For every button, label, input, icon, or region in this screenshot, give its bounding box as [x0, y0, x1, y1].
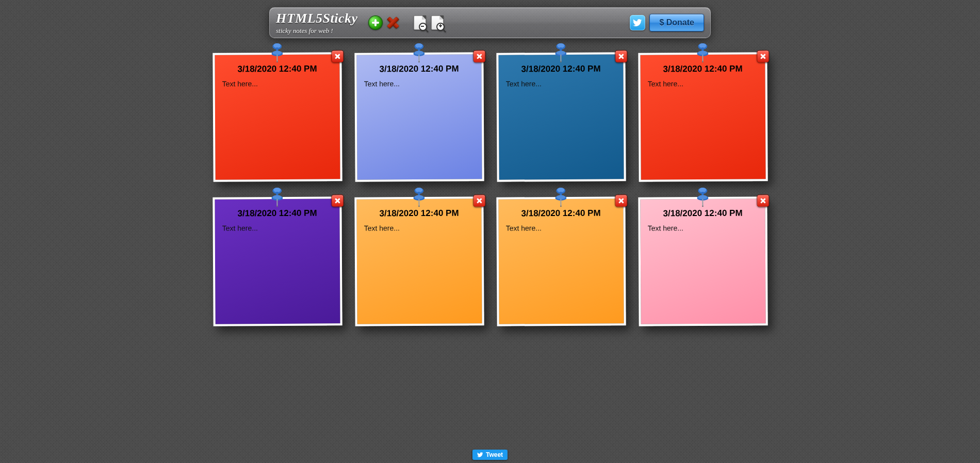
note-close-button[interactable]: [757, 50, 769, 62]
sticky-note[interactable]: 3/18/2020 12:40 PMText here...: [496, 196, 626, 326]
twitter-bird-icon: [477, 452, 483, 458]
note-timestamp: 3/18/2020 12:40 PM: [647, 208, 758, 219]
note-timestamp: 3/18/2020 12:40 PM: [364, 63, 474, 74]
zoom-group: [413, 15, 445, 30]
toolbar: HTML5Sticky sticky notes for web !: [269, 7, 711, 38]
note-actions-group: [368, 15, 400, 30]
note-inner: 3/18/2020 12:40 PMText here...: [498, 199, 624, 324]
note-body[interactable]: Text here...: [222, 223, 332, 232]
app-title: HTML5Sticky: [276, 12, 358, 25]
note-inner: 3/18/2020 12:40 PMText here...: [356, 54, 482, 179]
sticky-note[interactable]: 3/18/2020 12:40 PMText here...: [638, 52, 767, 181]
sticky-note[interactable]: 3/18/2020 12:40 PMText here...: [496, 52, 626, 181]
plus-circle-icon: [369, 16, 382, 29]
note-body[interactable]: Text here...: [647, 223, 758, 232]
note-inner: 3/18/2020 12:40 PMText here...: [356, 199, 482, 324]
page-zoom-in-icon: [431, 15, 444, 30]
note-body[interactable]: Text here...: [505, 79, 616, 88]
sticky-note[interactable]: 3/18/2020 12:40 PMText here...: [638, 196, 767, 326]
note-body[interactable]: Text here...: [364, 223, 474, 232]
note-inner: 3/18/2020 12:40 PMText here...: [215, 199, 340, 324]
note-close-button[interactable]: [473, 50, 485, 62]
tweet-label: Tweet: [486, 451, 503, 458]
donate-button[interactable]: $ Donate: [649, 14, 704, 31]
note-close-button[interactable]: [331, 50, 344, 62]
note-close-button[interactable]: [473, 194, 485, 207]
zoom-out-button[interactable]: [413, 15, 427, 30]
sticky-note[interactable]: 3/18/2020 12:40 PMText here...: [354, 196, 484, 326]
add-note-button[interactable]: [368, 15, 383, 30]
red-x-icon: [386, 16, 400, 29]
note-close-button[interactable]: [615, 194, 627, 207]
donate-label: $ Donate: [659, 18, 694, 27]
note-body[interactable]: Text here...: [505, 223, 616, 232]
note-timestamp: 3/18/2020 12:40 PM: [505, 63, 616, 74]
delete-all-button[interactable]: [386, 15, 400, 30]
sticky-note[interactable]: 3/18/2020 12:40 PMText here...: [354, 52, 484, 181]
note-timestamp: 3/18/2020 12:40 PM: [364, 208, 474, 219]
note-timestamp: 3/18/2020 12:40 PM: [222, 208, 332, 219]
note-timestamp: 3/18/2020 12:40 PM: [647, 63, 758, 74]
twitter-icon: [633, 18, 642, 27]
app-subtitle: sticky notes for web !: [276, 27, 358, 34]
note-inner: 3/18/2020 12:40 PMText here...: [215, 54, 340, 179]
note-inner: 3/18/2020 12:40 PMText here...: [498, 54, 624, 179]
sticky-note[interactable]: 3/18/2020 12:40 PMText here...: [213, 196, 342, 326]
note-close-button[interactable]: [615, 50, 627, 62]
note-timestamp: 3/18/2020 12:40 PM: [222, 63, 332, 74]
twitter-share-button[interactable]: [630, 15, 645, 30]
note-close-button[interactable]: [331, 194, 344, 207]
sticky-note[interactable]: 3/18/2020 12:40 PMText here...: [213, 52, 342, 181]
note-timestamp: 3/18/2020 12:40 PM: [505, 208, 616, 219]
note-inner: 3/18/2020 12:40 PMText here...: [640, 54, 765, 179]
note-body[interactable]: Text here...: [222, 79, 332, 88]
zoom-in-button[interactable]: [430, 15, 445, 30]
note-body[interactable]: Text here...: [647, 79, 758, 88]
brand: HTML5Sticky sticky notes for web !: [276, 12, 358, 34]
note-body[interactable]: Text here...: [364, 79, 474, 88]
tweet-button[interactable]: Tweet: [472, 450, 508, 460]
page-zoom-out-icon: [414, 15, 426, 30]
note-inner: 3/18/2020 12:40 PMText here...: [640, 199, 765, 324]
notes-grid: 3/18/2020 12:40 PMText here...3/18/2020 …: [204, 53, 776, 346]
note-close-button[interactable]: [757, 194, 769, 207]
tweet-widget: Tweet: [472, 450, 508, 460]
